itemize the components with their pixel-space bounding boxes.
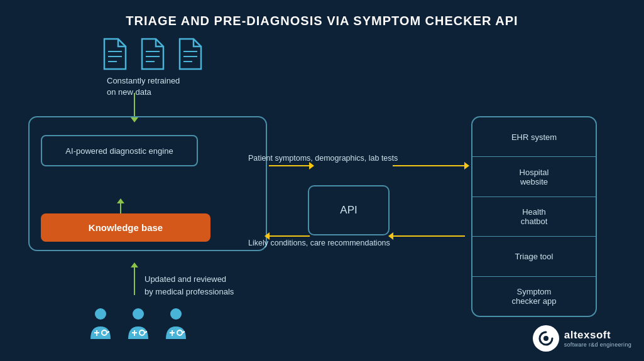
ai-engine-box: AI-powered diagnostic engine bbox=[41, 135, 198, 166]
conditions-label: Likely conditions, care recommendations bbox=[248, 239, 390, 247]
right-panel: EHR system Hospitalwebsite Healthchatbot… bbox=[471, 116, 597, 317]
arrow-up-from-doctors bbox=[134, 267, 135, 295]
symptoms-label: Patient symptoms, demographics, lab test… bbox=[248, 154, 398, 163]
doctor-icon-2 bbox=[126, 308, 151, 342]
doctors-area bbox=[88, 308, 188, 342]
altexsoft-subtitle: software r&d engineering bbox=[564, 342, 631, 348]
api-box: API bbox=[308, 185, 390, 235]
altexsoft-logo: altexsoft software r&d engineering bbox=[533, 325, 631, 352]
altexsoft-text: altexsoft software r&d engineering bbox=[564, 329, 631, 348]
doctor-icon-3 bbox=[163, 308, 188, 342]
svg-point-14 bbox=[133, 308, 144, 320]
arrow-symptoms-right bbox=[269, 165, 310, 166]
right-panel-item-hospital: Hospitalwebsite bbox=[472, 157, 596, 197]
right-panel-item-symptom: Symptomchecker app bbox=[472, 277, 596, 316]
altexsoft-name: altexsoft bbox=[564, 329, 631, 342]
doctor-icon-1 bbox=[88, 308, 113, 342]
altexsoft-icon bbox=[533, 325, 559, 352]
document-icon-2 bbox=[138, 38, 165, 70]
right-panel-item-triage: Triage tool bbox=[472, 237, 596, 276]
document-icon-3 bbox=[176, 38, 202, 70]
retrained-label: Constantly retrainedon new data bbox=[107, 75, 180, 98]
right-panel-item-ehr: EHR system bbox=[472, 117, 596, 157]
svg-point-19 bbox=[170, 308, 182, 320]
document-icon-1 bbox=[101, 38, 127, 70]
document-icons-area bbox=[101, 38, 202, 70]
right-panel-item-chatbot: Healthchatbot bbox=[472, 197, 596, 237]
knowledge-base-box: Knowledge base bbox=[41, 213, 210, 242]
updated-label: Updated and reviewedby medical professio… bbox=[145, 273, 234, 298]
arrow-to-right-panel-top bbox=[393, 165, 465, 166]
svg-point-9 bbox=[95, 308, 106, 320]
arrow-conditions-left bbox=[269, 235, 310, 237]
arrow-down-docs bbox=[134, 93, 135, 118]
page-title: TRIAGE AND PRE-DIAGNOSIS VIA SYMPTOM CHE… bbox=[0, 0, 644, 28]
arrow-from-right-panel-bottom bbox=[393, 235, 465, 237]
svg-point-24 bbox=[543, 336, 548, 341]
